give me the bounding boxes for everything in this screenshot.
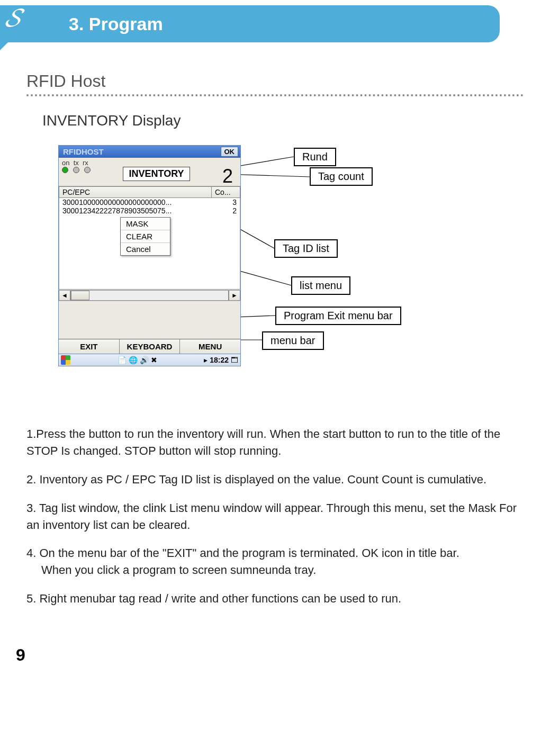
section-title: RFID Host: [26, 71, 524, 91]
scroll-right-icon[interactable]: ►: [229, 290, 240, 301]
tag-row-count: 2: [210, 206, 237, 215]
tray-icon[interactable]: 🌐: [129, 356, 138, 364]
paragraph-4b: When you click a program to screen sumne…: [26, 562, 316, 579]
tray-icon[interactable]: ✖: [151, 356, 157, 364]
arrow-icon[interactable]: ▸: [204, 356, 208, 364]
ok-button[interactable]: OK: [221, 147, 239, 157]
desktop-icon[interactable]: 🗔: [231, 356, 238, 364]
logo-corner: 𝓢: [0, 5, 53, 50]
status-row-2: INVENTORY 2: [59, 167, 240, 186]
device-screenshot: RFIDHOST OK on tx rx INVENTORY 2 PC/E: [58, 145, 241, 366]
callout-list-menu: list menu: [291, 276, 350, 295]
subsection-title: INVENTORY Display: [42, 112, 524, 129]
menu-item-clear[interactable]: CLEAR: [121, 230, 170, 243]
app-title: RFIDHOST: [61, 147, 104, 156]
diagram: RFIDHOST OK on tx rx INVENTORY 2 PC/E: [58, 145, 535, 410]
menu-item-mask[interactable]: MASK: [121, 218, 170, 230]
list-row[interactable]: 3000123422227878903505075... 2: [59, 206, 240, 215]
chapter-title: 3. Program: [69, 14, 163, 34]
paragraph-4a: 4. On the menu bar of the "EXIT" and the…: [26, 546, 459, 560]
tray-icon[interactable]: 📄: [118, 356, 127, 364]
tray-icons: 📄 🌐 🔊 ✖: [118, 356, 157, 364]
inventory-button[interactable]: INVENTORY: [123, 167, 190, 181]
list-row[interactable]: 3000100000000000000000000... 3: [59, 198, 240, 206]
led-rx-icon: [84, 167, 91, 173]
tray-icon[interactable]: 🔊: [140, 356, 149, 364]
led-tx-icon: [73, 167, 79, 173]
menubar-exit[interactable]: EXIT: [59, 339, 120, 354]
header-banner: 3. Program 𝓢: [0, 5, 550, 50]
paragraph-5: 5. Right menubar tag read / write and ot…: [26, 590, 524, 607]
list-header: PC/EPC Co...: [59, 186, 240, 198]
callout-tag-id-list: Tag ID list: [274, 239, 338, 258]
tag-row-count: 3: [210, 198, 237, 206]
menubar-menu[interactable]: MENU: [180, 339, 240, 354]
led-labels: on tx rx: [62, 159, 88, 167]
horizontal-scrollbar[interactable]: ◄ ►: [59, 289, 240, 301]
scroll-thumb[interactable]: [71, 291, 89, 300]
scroll-left-icon[interactable]: ◄: [59, 290, 70, 301]
page-number: 9: [16, 645, 550, 665]
tag-id: 3000123422227878903505075...: [62, 206, 210, 215]
callout-program-exit: Program Exit menu bar: [275, 307, 401, 325]
menu-item-cancel[interactable]: Cancel: [121, 243, 170, 255]
callout-rund: Rund: [294, 148, 336, 166]
paragraph-3: 3. Tag list window, the clink List menu …: [26, 500, 524, 534]
led-row: [62, 167, 91, 173]
context-menu: MASK CLEAR Cancel: [120, 217, 170, 256]
blank-area: [59, 301, 240, 339]
paragraph-4: 4. On the menu bar of the "EXIT" and the…: [26, 545, 524, 579]
callout-tag-count: Tag count: [310, 167, 373, 186]
paragraph-2: 2. Inventory as PC / EPC Tag ID list is …: [26, 471, 524, 488]
taskbar-time-group: ▸ 18:22 🗔: [204, 356, 238, 364]
menubar-keyboard[interactable]: KEYBOARD: [120, 339, 181, 354]
dotted-rule: [26, 94, 524, 96]
status-row: on tx rx: [59, 158, 240, 167]
taskbar-time: 18:22: [210, 356, 229, 364]
header-bar: 3. Program: [0, 5, 500, 42]
paragraph-1: 1.Press the button to run the inventory …: [26, 426, 524, 460]
windows-start-icon[interactable]: [61, 355, 70, 365]
list-col-pcepc[interactable]: PC/EPC: [59, 186, 211, 198]
taskbar: 📄 🌐 🔊 ✖ ▸ 18:22 🗔: [59, 354, 240, 366]
tag-count-value: 2: [222, 167, 237, 186]
body-text: 1.Press the button to run the inventory …: [26, 426, 524, 607]
list-body[interactable]: 3000100000000000000000000... 3 300012342…: [59, 198, 240, 289]
callout-menu-bar: menu bar: [262, 331, 324, 350]
device-titlebar: RFIDHOST OK: [59, 146, 240, 158]
device-menubar: EXIT KEYBOARD MENU: [59, 339, 240, 354]
led-on-icon: [62, 167, 68, 173]
list-col-count[interactable]: Co...: [211, 186, 240, 198]
scroll-track[interactable]: [70, 290, 229, 301]
logo-swoosh-icon: 𝓢: [4, 10, 28, 33]
tag-id: 3000100000000000000000000...: [62, 198, 210, 206]
